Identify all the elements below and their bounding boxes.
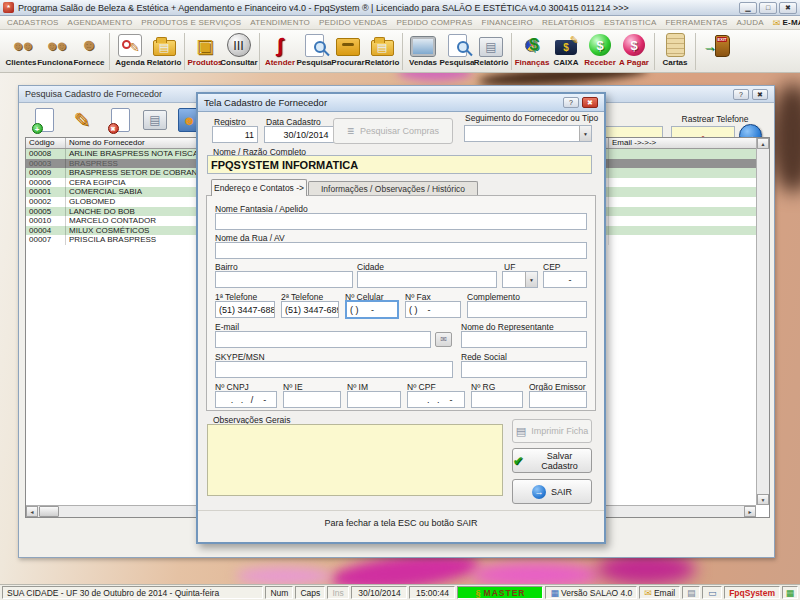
telefone1-input[interactable]: (51) 3447-6881	[215, 301, 275, 318]
bairro-input[interactable]	[215, 271, 353, 288]
celular-input[interactable]: ( ) -	[345, 300, 399, 319]
status-email[interactable]: ✉ Email	[639, 586, 680, 599]
toolbar-clientes[interactable]: ☻☻Clientes	[4, 32, 38, 67]
edit-record-button[interactable]: ✎	[67, 105, 97, 135]
telefone2-input[interactable]: (51) 3447-6895	[281, 301, 339, 318]
menu-pedido-vendas[interactable]: PEDIDO VENDAS	[319, 18, 387, 27]
rua-input[interactable]	[215, 242, 587, 259]
status-monitor[interactable]: ▭	[702, 586, 722, 599]
menu-produtos[interactable]: PRODUTOS E SERVIÇOS	[141, 18, 241, 27]
toolbar-pesquisa-vendas[interactable]: Pesquisa	[440, 32, 474, 67]
send-email-button[interactable]: ✉	[435, 332, 452, 347]
menu-cadastros[interactable]: CADASTROS	[7, 18, 59, 27]
cnpj-input[interactable]: . . / -	[215, 391, 277, 408]
scroll-right-icon[interactable]: ►	[744, 506, 756, 517]
new-record-button[interactable]: +	[29, 105, 59, 135]
seguimento-label: Seguimento do Fornecedor ou Tipo	[465, 113, 598, 123]
toolbar-pesquisa-atendimento[interactable]: Pesquisa	[297, 32, 331, 67]
people-icon: ☻☻	[11, 32, 30, 58]
tab-informacoes-historico[interactable]: Informações / Observações / Histórico	[308, 181, 478, 196]
pesquisar-compras-button[interactable]: ≡ Pesquisar Compras	[333, 118, 453, 144]
skype-input[interactable]	[215, 361, 453, 378]
help-icon[interactable]: ?	[563, 97, 579, 108]
menu-ajuda[interactable]: AJUDA	[737, 18, 764, 27]
toolbar-atendimento-relatorio[interactable]: ▤Relatório	[365, 32, 399, 67]
toolbar-receber[interactable]: $Receber	[583, 32, 617, 67]
toolbar-atender[interactable]: ∫Atender	[263, 32, 297, 67]
status-printer[interactable]: ▤	[682, 586, 700, 599]
nome-fantasia-input[interactable]	[215, 213, 587, 230]
menu-estatistica[interactable]: ESTATISTICA	[604, 18, 657, 27]
toolbar-vendas-relatorio[interactable]: ▤Relatório	[474, 32, 508, 67]
close-icon[interactable]: ✖	[582, 97, 598, 108]
barcode-icon: |||	[227, 33, 251, 57]
toolbar-agenda-relatorio[interactable]: ▤Relatório	[147, 32, 181, 67]
scrollbar-thumb[interactable]	[39, 506, 59, 517]
main-titlebar: * Programa Salão de Beleza & Estética + …	[0, 0, 800, 16]
vertical-scrollbar[interactable]: ▲ ▼	[756, 138, 769, 505]
toolbar-funcionarios[interactable]: ☻☻Funciona	[38, 32, 72, 67]
column-codigo[interactable]: Código	[26, 138, 66, 148]
imprimir-ficha-button[interactable]: ▤ Imprimir Ficha	[512, 419, 592, 443]
toolbar-financas[interactable]: $Finanças	[515, 32, 549, 67]
app-title: Programa Salão de Beleza & Estética + Ag…	[18, 3, 739, 13]
minimize-icon[interactable]: ▁	[739, 2, 757, 14]
orgao-emissor-input[interactable]	[529, 391, 587, 408]
menu-pedido-compras[interactable]: PEDIDO COMPRAS	[396, 18, 472, 27]
help-icon[interactable]: ?	[733, 89, 749, 100]
menu-bar: CADASTROS AGENDAMENTO PRODUTOS E SERVIÇO…	[0, 16, 800, 30]
close-icon[interactable]: ✖	[779, 2, 797, 14]
menu-ferramentas[interactable]: FERRAMENTAS	[665, 18, 727, 27]
delete-record-button[interactable]: ✖	[105, 105, 135, 135]
fax-input[interactable]: ( ) -	[405, 301, 461, 318]
cpf-input[interactable]: . . -	[407, 391, 465, 408]
scroll-down-icon[interactable]: ▼	[757, 494, 769, 505]
observacoes-textarea[interactable]	[207, 424, 503, 496]
cep-input[interactable]: -	[543, 271, 587, 288]
status-grid[interactable]: ▦	[782, 586, 798, 599]
rg-input[interactable]	[471, 391, 523, 408]
scroll-left-icon[interactable]: ◄	[26, 506, 38, 517]
seguimento-select[interactable]: ▼	[464, 125, 592, 142]
close-icon[interactable]: ✖	[752, 89, 768, 100]
rede-social-input[interactable]	[461, 361, 587, 378]
print-list-button[interactable]: ▤	[140, 105, 170, 135]
dialog-title: Tela Cadastro de Fornecedor	[204, 97, 327, 108]
tab-endereco-contatos[interactable]: Endereço e Contatos ->	[211, 179, 307, 196]
dragon-icon: ∫	[277, 32, 282, 58]
toolbar-cartas[interactable]: Cartas	[658, 32, 692, 67]
toolbar-separator	[695, 33, 696, 70]
toolbar-produtos[interactable]: ▣Produtos	[188, 32, 222, 67]
search-doc-icon	[448, 34, 467, 57]
representante-input[interactable]	[461, 331, 587, 348]
toolbar-caixa[interactable]: $✎CAIXA	[549, 32, 583, 67]
restore-icon[interactable]: □	[759, 2, 777, 14]
toolbar-consultar[interactable]: |||Consultar	[222, 32, 256, 67]
im-input[interactable]	[347, 391, 401, 408]
menu-email[interactable]: ✉ E-MAIL	[773, 18, 800, 28]
toolbar-procurar[interactable]: Procurar	[331, 32, 365, 67]
menu-relatorios[interactable]: RELATÓRIOS	[542, 18, 595, 27]
toolbar-sair[interactable]: →EXIT	[699, 32, 733, 59]
menu-financeiro[interactable]: FINANCEIRO	[482, 18, 533, 27]
pencil-icon: ✎	[74, 108, 91, 132]
app-window: * Programa Salão de Beleza & Estética + …	[0, 0, 800, 600]
toolbar-fornecedores[interactable]: ☻Fornece	[72, 32, 106, 67]
toolbar-agenda[interactable]: ✎Agenda	[113, 32, 147, 67]
complemento-input[interactable]	[467, 301, 587, 318]
scroll-up-icon[interactable]: ▲	[757, 138, 769, 149]
email-input[interactable]	[215, 331, 431, 348]
column-email[interactable]: Email ->->->	[609, 138, 756, 148]
nome-razao-input[interactable]: FPQSYSTEM INFORMATICA	[207, 155, 592, 174]
cidade-input[interactable]	[357, 271, 497, 288]
status-bar: SUA CIDADE - UF 30 de Outubro de 2014 - …	[0, 584, 800, 600]
salvar-cadastro-button[interactable]: ✔ Salvar Cadastro	[512, 448, 592, 473]
sair-button[interactable]: → SAIR	[512, 479, 592, 504]
toolbar-vendas[interactable]: Vendas	[406, 32, 440, 67]
menu-agendamento[interactable]: AGENDAMENTO	[68, 18, 133, 27]
uf-select[interactable]: ▼	[502, 271, 538, 288]
toolbar-a-pagar[interactable]: $A Pagar	[617, 32, 651, 67]
menu-atendimento[interactable]: ATENDIMENTO	[250, 18, 310, 27]
ie-input[interactable]	[283, 391, 341, 408]
registro-input[interactable]: 11	[212, 126, 258, 143]
